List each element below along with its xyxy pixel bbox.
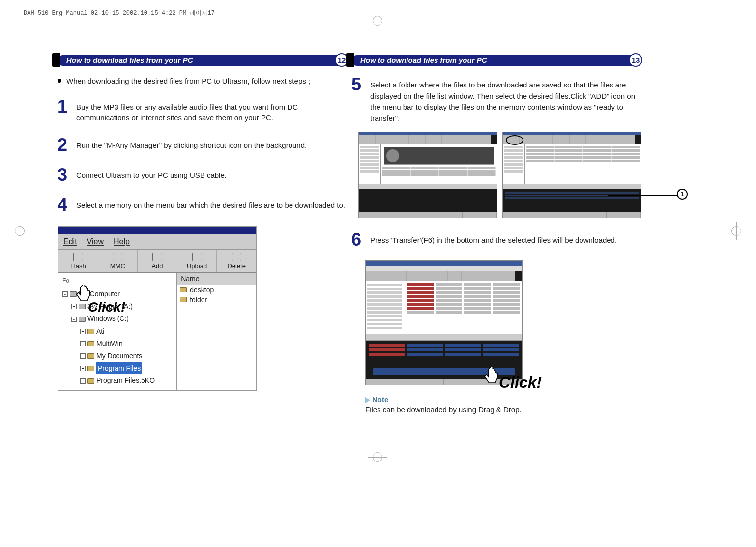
step-4: 4 Select a memory on the menu bar which … [58, 196, 348, 219]
folder-icon [87, 353, 94, 359]
menu-view[interactable]: View [87, 237, 104, 246]
drive-icon [79, 317, 86, 322]
step-2: 2 Run the "M-Any Manager" by clicking sh… [58, 136, 348, 159]
step-6: 6 Press 'Transfer'(F6) in the bottom and… [351, 231, 641, 254]
dual-screenshots: 1 [351, 132, 641, 218]
toolbar-add-button[interactable]: Add [138, 250, 177, 272]
page-number: 13 [629, 53, 642, 67]
folder-icon [180, 297, 187, 302]
step-number: 5 [351, 76, 365, 93]
folder-icon [87, 378, 94, 384]
step-text: Select a memory on the menu bar which th… [76, 196, 348, 211]
toolbar-flash-button[interactable]: Flash [58, 250, 98, 272]
folder-icon [180, 287, 187, 292]
step-text: Connect Ultrasm to your PC using USB cab… [76, 166, 348, 181]
app-menubar: Edit View Help [58, 234, 256, 250]
section-title: How to download files from your PC [66, 56, 193, 64]
click-label: Click! [88, 299, 125, 315]
callout-marker-1: 1 [677, 189, 688, 200]
step-number: 6 [351, 231, 365, 249]
section-header: How to download files from your PC 12 [58, 53, 348, 67]
step-3: 3 Connect Ultrasm to your PC using USB c… [58, 166, 348, 189]
step-text: Select a folder where the files to be do… [370, 76, 641, 124]
step-text: Run the "M-Any Manager" by clicking shor… [76, 136, 348, 151]
page-left: How to download files from your PC 12 Wh… [58, 53, 348, 391]
menu-help[interactable]: Help [114, 237, 130, 246]
step-text: Press 'Transfer'(F6) in the bottom and t… [370, 231, 641, 246]
tree-program-files[interactable]: Program Files [96, 362, 142, 374]
list-header-name[interactable]: Name [177, 273, 256, 285]
toolbar-upload-button[interactable]: Upload [177, 250, 217, 272]
add-icon [152, 253, 162, 261]
step-number: 4 [58, 196, 71, 214]
step-number: 1 [58, 98, 71, 115]
note-block: Note Files can be downloaded by using Dr… [365, 395, 641, 414]
toolbar-mmc-button[interactable]: MMC [98, 250, 138, 272]
step-1: 1 Buy the MP3 files or any available aud… [58, 98, 348, 129]
list-item[interactable]: desktop [177, 285, 256, 295]
tree-multiwin[interactable]: MultiWin [96, 338, 123, 350]
toolbar-delete-button[interactable]: Delete [217, 250, 256, 272]
tree-ati[interactable]: Ati [96, 325, 104, 338]
note-arrow-icon [365, 397, 370, 403]
tree-mydocuments[interactable]: My Documents [96, 350, 142, 362]
mini-screenshot-after [502, 132, 641, 218]
page-right: How to download files from your PC 13 5 … [351, 53, 641, 414]
section-title: How to download files from your PC [360, 56, 487, 64]
note-title: Note [372, 395, 388, 403]
mini-screenshot-before [358, 132, 497, 218]
folder-icon [87, 341, 94, 346]
delete-icon [232, 253, 241, 261]
crop-mark-bottom [368, 447, 387, 467]
click-label: Click! [499, 374, 542, 392]
step-number: 3 [58, 166, 71, 184]
section-header: How to download files from your PC 13 [351, 53, 641, 67]
step-text: Buy the MP3 files or any available audio… [76, 98, 348, 124]
mmc-icon [113, 253, 122, 261]
crop-mark-top [368, 11, 387, 30]
menu-edit[interactable]: Edit [63, 237, 77, 246]
crop-mark-left [10, 221, 29, 241]
tree-program-files-5ko[interactable]: Program Files.5KO [96, 374, 155, 387]
folder-icon [87, 366, 94, 371]
print-annotation: DAH-510 Eng Manual 02-10-15 2002.10.15 4… [24, 9, 215, 17]
folder-icon [87, 329, 94, 334]
note-text: Files can be downloaded by using Drag & … [365, 405, 641, 414]
upload-icon [192, 253, 202, 261]
flash-icon [73, 253, 83, 261]
bullet-icon [58, 79, 61, 83]
app-screenshot: Edit View Help Flash MMC Add Upload Dele… [58, 226, 257, 391]
intro-bullet: When downloading the desired files from … [58, 76, 348, 87]
app-toolbar: Flash MMC Add Upload Delete [58, 250, 256, 273]
list-item[interactable]: folder [177, 295, 256, 305]
callout-leader [608, 195, 677, 196]
intro-text: When downloading the desired files from … [66, 76, 348, 87]
file-list-pane[interactable]: Name desktop folder [177, 273, 256, 390]
step-number: 2 [58, 136, 71, 154]
step-5: 5 Select a folder where the files to be … [351, 76, 641, 129]
crop-mark-right [727, 221, 746, 241]
